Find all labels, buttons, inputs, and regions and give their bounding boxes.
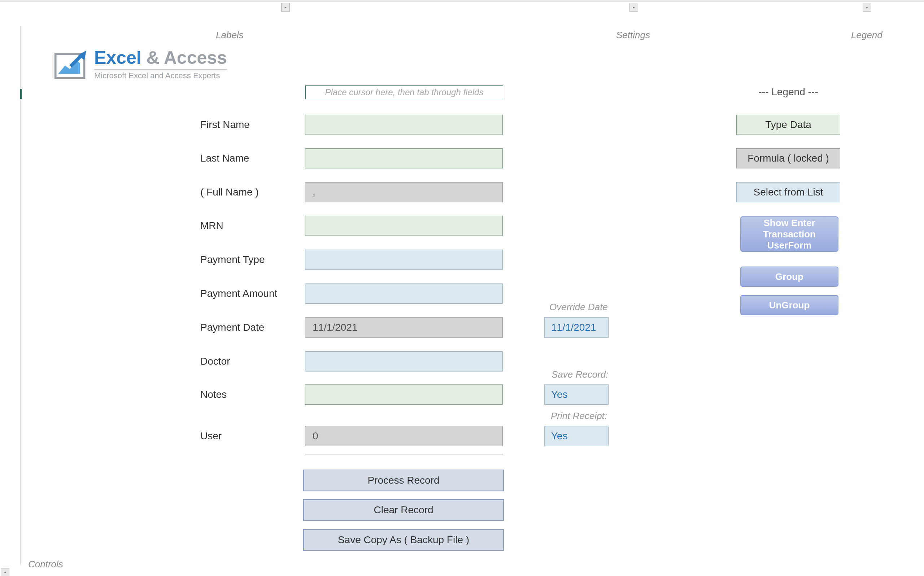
outline-collapse-2[interactable]: - (629, 3, 638, 11)
save-record-select[interactable]: Yes (544, 384, 608, 405)
label-save-record: Save Record: (552, 369, 608, 380)
label-user: User (201, 430, 305, 442)
group-button[interactable]: Group (740, 267, 839, 287)
mrn-input[interactable] (305, 216, 503, 236)
doctor-select[interactable] (305, 351, 503, 371)
payment-date-display: 11/1/2021 (305, 317, 503, 338)
first-name-input[interactable] (305, 115, 503, 135)
show-userform-button[interactable]: Show Enter Transaction UserForm (740, 216, 839, 252)
logo-tagline: Microsoft Excel and Access Experts (94, 69, 227, 80)
top-edge (0, 0, 924, 2)
legend-type-data: Type Data (736, 115, 840, 135)
payment-type-select[interactable] (305, 250, 503, 270)
label-last-name: Last Name (201, 152, 305, 164)
hint-input[interactable]: Place cursor here, then tab through fiel… (305, 85, 503, 99)
logo-mark-icon (53, 49, 88, 80)
user-display: 0 (305, 426, 503, 446)
legend-select-from-list: Select from List (736, 182, 840, 202)
label-payment-date: Payment Date (201, 322, 305, 333)
override-date-select[interactable]: 11/1/2021 (544, 317, 608, 338)
outline-collapse-1[interactable]: - (281, 3, 290, 11)
payment-amount-select[interactable] (305, 283, 503, 304)
label-override-date: Override Date (549, 302, 608, 313)
print-receipt-select[interactable]: Yes (544, 426, 608, 446)
logo-brand: Excel & Access (94, 49, 227, 67)
outline-collapse-3[interactable]: - (863, 3, 871, 11)
process-record-button[interactable]: Process Record (303, 470, 504, 491)
label-notes: Notes (201, 389, 305, 400)
full-name-display: , (305, 182, 503, 202)
legend-header: --- Legend --- (736, 86, 840, 98)
last-name-input[interactable] (305, 148, 503, 168)
logo: Excel & Access Microsoft Excel and Acces… (53, 49, 227, 80)
label-first-name: First Name (201, 119, 305, 131)
legend-formula-locked: Formula ( locked ) (736, 148, 840, 168)
accent-bar (20, 89, 22, 99)
label-print-receipt: Print Receipt: (551, 410, 607, 422)
clear-record-button[interactable]: Clear Record (303, 499, 504, 521)
label-payment-amount: Payment Amount (201, 288, 305, 299)
form-divider (305, 454, 503, 454)
backup-button[interactable]: Save Copy As ( Backup File ) (303, 529, 504, 551)
outline-collapse-row[interactable]: - (1, 568, 10, 576)
label-doctor: Doctor (201, 356, 305, 367)
label-payment-type: Payment Type (201, 254, 305, 266)
ungroup-button[interactable]: UnGroup (740, 295, 839, 315)
notes-input[interactable] (305, 384, 503, 405)
label-full-name: ( Full Name ) (201, 186, 305, 198)
label-mrn: MRN (201, 220, 305, 232)
